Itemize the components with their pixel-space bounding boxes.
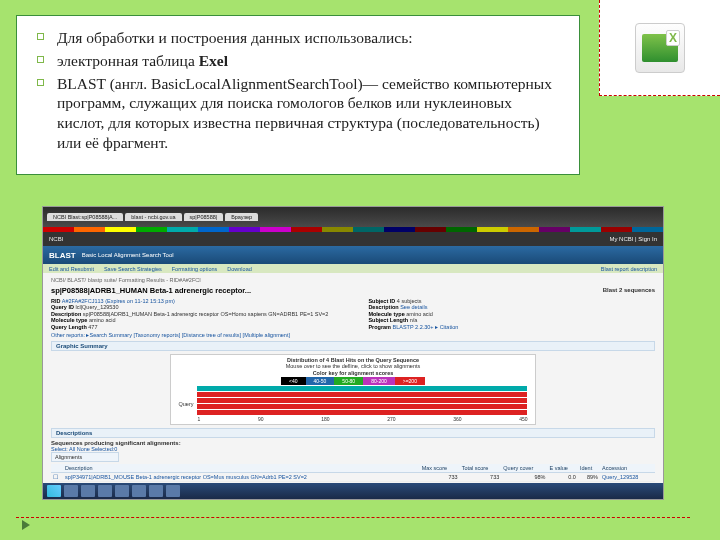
subnav-edit[interactable]: Edit and Resubmit — [49, 266, 94, 272]
bullet-1: Для обработки и построения данных исполь… — [57, 28, 563, 48]
excel-icon — [635, 23, 685, 73]
bottom-dashed-line — [16, 517, 690, 518]
graphic-summary-header[interactable]: Graphic Summary — [51, 341, 655, 351]
descriptions-header[interactable]: Descriptions — [51, 428, 655, 438]
windows-taskbar — [43, 483, 663, 499]
taskbar-app[interactable] — [132, 485, 146, 497]
meta-right: Subject ID 4 subjects Description See de… — [368, 297, 458, 330]
table-row[interactable]: ☐sp|Q9TT96|ADRB1_SHEEP Beta-1 adrenergic… — [51, 500, 655, 501]
page-title: sp|P08588|ADRB1_HUMAN Beta-1 adrenergic … — [51, 286, 251, 295]
taskbar-app[interactable] — [81, 485, 95, 497]
desc-tabs[interactable]: Alignments — [51, 452, 119, 462]
browser-tabs: NCBI Blast:sp|P08588|A... blast - ncbi.g… — [43, 207, 663, 227]
bullet-box: Для обработки и построения данных исполь… — [16, 15, 580, 175]
corner-decoration — [599, 0, 720, 96]
score-key: <40 40-50 50-80 80-200 >=200 — [173, 377, 533, 385]
blast-subnav: Edit and Resubmit Save Search Strategies… — [43, 264, 663, 273]
bullet-3: BLAST (англ. BasicLocalAlignmentSearchTo… — [57, 74, 563, 153]
taskbar-app[interactable] — [166, 485, 180, 497]
subnav-reportdesc[interactable]: Blast report description — [601, 266, 657, 272]
tab-1[interactable]: NCBI Blast:sp|P08588|A... — [47, 213, 123, 221]
subnav-format[interactable]: Formatting options — [172, 266, 218, 272]
tab-2[interactable]: blast - ncbi.gov.ua — [125, 213, 181, 221]
tab-3[interactable]: sp|P08588| — [184, 213, 224, 221]
blast-subtitle: Basic Local Alignment Search Tool — [82, 252, 174, 258]
bullet-2: электронная таблица Exel — [57, 51, 563, 71]
ncbi-logo: NCBI — [49, 236, 63, 242]
slide-arrow-icon — [22, 520, 30, 530]
ncbi-signin[interactable]: My NCBI | Sign In — [609, 236, 657, 242]
subnav-download[interactable]: Download — [227, 266, 251, 272]
query-label: Query — [179, 401, 194, 407]
meta-left: RID A#2FA#2FCJ113 (Expires on 11-12 15:1… — [51, 297, 328, 330]
taskbar-app[interactable] — [98, 485, 112, 497]
table-row[interactable]: ☐sp|P34971|ADRB1_MOUSE Beta-1 adrenergic… — [51, 473, 655, 482]
ncbi-header: NCBI My NCBI | Sign In — [43, 232, 663, 246]
tab-4[interactable]: Браузер — [225, 213, 258, 221]
desc-select[interactable]: Select: All None Selected:0 — [51, 446, 655, 452]
graphic-keylabel: Color key for alignment scores — [173, 370, 533, 376]
graphic-hint: Mouse over to see the defline, click to … — [173, 363, 533, 369]
blast-logo: BLAST — [49, 251, 76, 260]
taskbar-app[interactable] — [115, 485, 129, 497]
subnav-save[interactable]: Save Search Strategies — [104, 266, 162, 272]
blast-count: Blast 2 sequences — [603, 287, 655, 293]
start-button[interactable] — [47, 485, 61, 497]
blast-header: BLAST Basic Local Alignment Search Tool — [43, 246, 663, 264]
taskbar-app[interactable] — [149, 485, 163, 497]
other-reports[interactable]: Other reports: ▸Search Summary [Taxonomy… — [51, 332, 655, 338]
browser-screenshot: NCBI Blast:sp|P08588|A... blast - ncbi.g… — [42, 206, 664, 500]
taskbar-app[interactable] — [64, 485, 78, 497]
graphic-summary: Distribution of 4 Blast Hits on the Quer… — [170, 354, 536, 425]
